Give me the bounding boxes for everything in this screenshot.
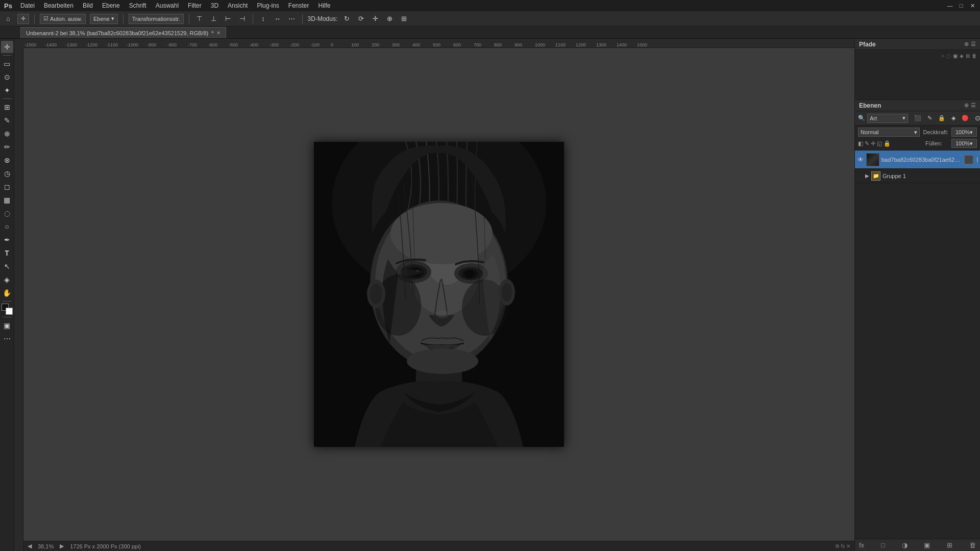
clone-tool[interactable]: ⊗	[1, 154, 13, 166]
menu-plugins[interactable]: Plug-ins	[255, 1, 281, 10]
ruler-tick: 1000	[535, 42, 545, 47]
3d-pan-btn[interactable]: ✛	[370, 14, 380, 24]
lock-artboard-icon[interactable]: ◱	[877, 140, 882, 147]
minimize-button[interactable]: —	[946, 2, 953, 9]
menu-filter[interactable]: Filter	[186, 1, 204, 10]
adjustment-icon[interactable]: ◑	[901, 540, 909, 550]
shape-tool[interactable]: ◈	[1, 273, 13, 286]
filter-btn5[interactable]: 🔴	[960, 114, 971, 122]
add-mask-icon[interactable]: □	[880, 540, 886, 550]
align-top-btn[interactable]: ⊤	[194, 14, 205, 24]
status-arrow-right[interactable]: ▶	[60, 543, 64, 549]
text-tool[interactable]: T	[1, 247, 13, 259]
pfade-stroke-icon[interactable]: ◌	[946, 53, 951, 59]
ebenen-icon1[interactable]: ⊕	[964, 102, 969, 109]
pfade-fill-icon[interactable]: ○	[941, 53, 944, 59]
pen-tool[interactable]: ✒	[1, 234, 13, 246]
quick-select-tool[interactable]: ✦	[1, 84, 13, 96]
auto-select-btn[interactable]: ☑ Auton. ausw.	[40, 14, 86, 24]
menu-datei[interactable]: Datei	[18, 1, 37, 10]
menu-schrift[interactable]: Schrift	[127, 1, 149, 10]
menu-bild[interactable]: Bild	[81, 1, 95, 10]
eraser-tool[interactable]: ◻	[1, 181, 13, 193]
group-expand-arrow[interactable]: ▶	[865, 173, 869, 179]
foreground-color[interactable]	[2, 304, 13, 315]
opacity-label: Deckkraft:	[923, 129, 948, 135]
3d-scale-btn[interactable]: ⊞	[399, 14, 409, 24]
distribute-h-btn[interactable]: ↕	[258, 14, 268, 24]
move-tool-btn[interactable]: ✛	[17, 14, 29, 24]
art-dropdown[interactable]: Art ▾	[867, 114, 908, 123]
dodge-tool[interactable]: ○	[1, 220, 13, 233]
filter-btn4[interactable]: ◈	[949, 114, 958, 122]
fill-input[interactable]: 100% ▾	[951, 139, 977, 148]
maximize-button[interactable]: □	[958, 2, 965, 9]
blend-mode-dropdown[interactable]: Normal ▾	[858, 128, 920, 137]
align-left-btn[interactable]: ⊣	[237, 14, 248, 24]
extra-tools[interactable]: ⋯	[1, 333, 13, 345]
filter-btn2[interactable]: ✎	[925, 114, 934, 122]
delete-layer-icon[interactable]: 🗑	[968, 540, 977, 550]
path-select-tool[interactable]: ↖	[1, 260, 13, 272]
align-bottom-btn[interactable]: ⊢	[223, 14, 233, 24]
canvas-image-container[interactable]	[23, 48, 854, 541]
align-middle-btn[interactable]: ⊥	[209, 14, 219, 24]
pfade-shape-icon[interactable]: ◈	[960, 53, 964, 59]
eyedropper-tool[interactable]: ✎	[1, 114, 13, 127]
new-layer-icon[interactable]: ⊞	[946, 540, 953, 550]
document-tab-active[interactable]: Unbenannt-2 bei 38,1% (bad7ba82c60283ba0…	[20, 27, 226, 38]
distribute-v-btn[interactable]: ↔	[273, 14, 283, 24]
3d-roll-btn[interactable]: ⟳	[356, 14, 366, 24]
menu-ansicht[interactable]: Ansicht	[226, 1, 250, 10]
group-icon-btn[interactable]: ▣	[923, 540, 931, 550]
ruler-corner	[14, 39, 23, 48]
status-arrow-left[interactable]: ◀	[28, 543, 32, 549]
layer-mask-thumb	[964, 155, 973, 164]
move-tool[interactable]: ✛	[1, 41, 13, 53]
filter-btn1[interactable]: ⬛	[912, 114, 923, 122]
gradient-tool[interactable]: ▦	[1, 194, 13, 206]
close-button[interactable]: ✕	[969, 2, 976, 9]
layer-visibility-icon[interactable]: 👁	[857, 156, 864, 163]
healing-tool[interactable]: ⊕	[1, 128, 13, 140]
doc-tab-close-btn[interactable]: ✕	[216, 30, 220, 36]
lock-all-icon[interactable]: 🔒	[884, 140, 891, 147]
pfade-delete-icon[interactable]: 🗑	[972, 53, 977, 59]
lock-position-icon[interactable]: ✛	[871, 140, 875, 147]
menu-auswahl[interactable]: Auswahl	[154, 1, 181, 10]
pfade-mask-icon[interactable]: ▣	[953, 53, 958, 59]
3d-rotate-btn[interactable]: ↻	[341, 14, 352, 24]
crop-tool[interactable]: ⊞	[1, 101, 13, 113]
lasso-tool[interactable]: ⊙	[1, 71, 13, 83]
fx-icon[interactable]: fx	[858, 540, 865, 550]
menu-hilfe[interactable]: Hilfe	[316, 1, 332, 10]
history-tool[interactable]: ◷	[1, 167, 13, 180]
screen-mode-tool[interactable]: ▣	[1, 319, 13, 332]
menu-3d[interactable]: 3D	[209, 1, 220, 10]
hand-tool[interactable]: ✋	[1, 287, 13, 299]
status-extras[interactable]: ⚙ fx ✕	[835, 543, 850, 549]
brush-tool[interactable]: ✏	[1, 141, 13, 153]
ebenen-icon2[interactable]: ☰	[971, 102, 976, 109]
pfade-add-icon[interactable]: ⊞	[966, 53, 970, 59]
filter-btn3[interactable]: 🔒	[936, 114, 947, 122]
menu-bearbeiten[interactable]: Bearbeiten	[42, 1, 76, 10]
menu-ebene[interactable]: Ebene	[100, 1, 122, 10]
home-button[interactable]: ⌂	[3, 14, 13, 24]
3d-slide-btn[interactable]: ⊕	[384, 14, 395, 24]
filter-toggle[interactable]: ⊙	[973, 113, 980, 123]
layer-item-main[interactable]: 👁 bad7ba82c60283ba0f21ae62e43521529 |	[855, 151, 980, 169]
opacity-input[interactable]: 100% ▾	[951, 128, 977, 137]
layer-type-dropdown[interactable]: Ebene ▾	[90, 14, 118, 24]
blur-tool[interactable]: ◌	[1, 207, 13, 219]
transform-btn[interactable]: Transformationsstr.	[129, 14, 184, 24]
lock-image-icon[interactable]: ✎	[865, 140, 869, 147]
layer-group[interactable]: ▶ 📁 Gruppe 1	[855, 169, 980, 183]
pfade-icon1[interactable]: ⊕	[964, 41, 969, 47]
pfade-icon2[interactable]: ☰	[971, 41, 976, 47]
lock-transparent-icon[interactable]: ◧	[858, 140, 863, 147]
titlebar-controls: — □ ✕	[946, 2, 976, 9]
marquee-tool[interactable]: ▭	[1, 58, 13, 70]
menu-fenster[interactable]: Fenster	[286, 1, 311, 10]
more-options-btn[interactable]: ⋯	[287, 14, 297, 24]
